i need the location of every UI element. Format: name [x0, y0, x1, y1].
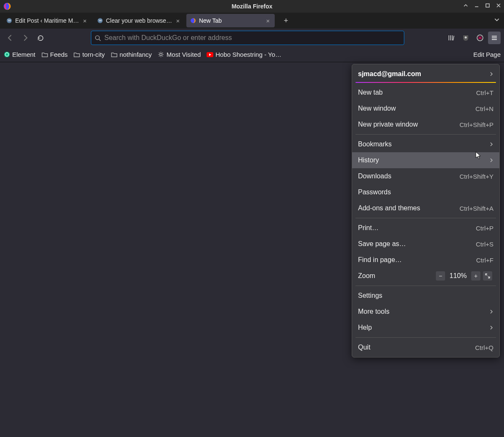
- tab-close-icon[interactable]: ×: [82, 17, 88, 24]
- wordpress-icon: [6, 17, 13, 24]
- menu-item-label: Add-ons and themes: [358, 204, 420, 212]
- menu-item-shortcut: Ctrl+N: [475, 105, 493, 112]
- menu-item-label: New private window: [358, 121, 418, 128]
- tab-2[interactable]: New Tab ×: [186, 14, 275, 27]
- bookmark-label: Feeds: [50, 51, 68, 58]
- menu-item-label: History: [358, 156, 379, 164]
- menu-item-shortcut: Ctrl+S: [476, 241, 493, 248]
- bookmark-hobo-shoestring[interactable]: Hobo Shoestring - Yo…: [207, 51, 281, 58]
- chevron-right-icon: [489, 72, 493, 76]
- noscript-icon[interactable]: [474, 32, 486, 44]
- menu-account-label: sjmacd@gmail.com: [358, 70, 421, 78]
- chevron-right-icon: [489, 326, 493, 330]
- zoom-in-button[interactable]: +: [471, 271, 480, 281]
- tab-title: Clear your web browse…: [106, 17, 172, 24]
- menu-save-page-as[interactable]: Save page as… Ctrl+S: [352, 236, 499, 252]
- bookmark-nothinfancy[interactable]: nothinfancy: [111, 51, 152, 58]
- url-input[interactable]: [104, 34, 401, 42]
- wordpress-icon: [97, 17, 103, 24]
- menu-item-label: Bookmarks: [358, 140, 392, 148]
- minimize-button[interactable]: [473, 2, 480, 9]
- zoom-out-button[interactable]: −: [436, 271, 445, 281]
- app-menu: sjmacd@gmail.com New tab Ctrl+T New wind…: [352, 64, 500, 358]
- library-button[interactable]: [445, 32, 458, 44]
- zoom-value: 110%: [449, 272, 467, 280]
- chevron-right-icon: [489, 142, 493, 146]
- menu-downloads[interactable]: Downloads Ctrl+Shift+Y: [352, 168, 499, 184]
- bookmark-label: nothinfancy: [119, 51, 152, 58]
- svg-point-9: [477, 35, 483, 41]
- menu-separator: [355, 337, 496, 338]
- bookmark-label: Element: [12, 51, 35, 58]
- menu-new-window[interactable]: New window Ctrl+N: [352, 101, 499, 117]
- account-gradient-underline: [355, 82, 496, 83]
- svg-rect-2: [486, 4, 489, 7]
- menu-bookmarks[interactable]: Bookmarks: [352, 136, 499, 152]
- url-bar[interactable]: [91, 31, 404, 45]
- app-menu-button[interactable]: [488, 32, 501, 44]
- menu-item-label: Settings: [358, 292, 382, 299]
- tab-strip: Edit Post ‹ Maritime M… × Clear your web…: [0, 13, 504, 29]
- new-tab-button[interactable]: +: [280, 14, 292, 27]
- list-all-tabs-button[interactable]: [494, 17, 500, 23]
- search-icon: [95, 35, 101, 41]
- menu-item-shortcut: Ctrl+F: [476, 257, 493, 264]
- firefox-icon: [190, 17, 196, 24]
- menu-new-private-window[interactable]: New private window Ctrl+Shift+P: [352, 117, 499, 132]
- tab-title: Edit Post ‹ Maritime M…: [15, 17, 79, 24]
- chevron-right-icon: [489, 158, 493, 162]
- element-icon: [3, 51, 10, 58]
- bookmark-most-visited[interactable]: Most Visited: [158, 51, 201, 58]
- tab-0[interactable]: Edit Post ‹ Maritime M… ×: [3, 14, 92, 27]
- menu-addons[interactable]: Add-ons and themes Ctrl+Shift+A: [352, 200, 499, 216]
- menu-account[interactable]: sjmacd@gmail.com: [352, 66, 499, 82]
- window-titlebar: Mozilla Firefox: [0, 0, 504, 13]
- svg-point-14: [160, 53, 162, 56]
- bookmark-label: Hobo Shoestring - Yo…: [215, 51, 281, 58]
- zoom-label: Zoom: [358, 272, 435, 280]
- bookmark-overflow-item[interactable]: Edit Page: [473, 51, 501, 58]
- svg-point-4: [98, 18, 103, 23]
- menu-new-tab[interactable]: New tab Ctrl+T: [352, 85, 499, 101]
- menu-zoom: Zoom − 110% +: [352, 268, 499, 284]
- menu-item-shortcut: Ctrl+Shift+Y: [459, 173, 493, 180]
- svg-point-3: [7, 18, 12, 23]
- page-content: sjmacd@gmail.com New tab Ctrl+T New wind…: [0, 62, 504, 437]
- menu-item-shortcut: Ctrl+P: [476, 225, 493, 232]
- chevron-right-icon: [489, 310, 493, 314]
- tab-1[interactable]: Clear your web browse… ×: [93, 14, 185, 27]
- menu-item-label: Help: [358, 324, 372, 331]
- svg-point-8: [465, 37, 467, 39]
- menu-item-label: Save page as…: [358, 240, 406, 248]
- bookmark-label: torn-city: [82, 51, 105, 58]
- bookmark-label: Most Visited: [167, 51, 201, 58]
- menu-item-shortcut: Ctrl+Q: [475, 344, 493, 351]
- menu-item-label: Passwords: [358, 188, 391, 196]
- menu-help[interactable]: Help: [352, 320, 499, 336]
- bookmark-element[interactable]: Element: [3, 51, 35, 58]
- bookmark-feeds[interactable]: Feeds: [41, 51, 68, 58]
- tab-close-icon[interactable]: ×: [265, 17, 271, 24]
- forward-button[interactable]: [19, 31, 32, 45]
- firefox-logo-icon: [3, 2, 12, 11]
- tab-close-icon[interactable]: ×: [175, 17, 181, 24]
- menu-item-shortcut: Ctrl+T: [476, 89, 493, 96]
- menu-item-label: Print…: [358, 224, 379, 232]
- back-button[interactable]: [3, 31, 17, 45]
- menu-print[interactable]: Print… Ctrl+P: [352, 220, 499, 236]
- menu-settings[interactable]: Settings: [352, 288, 499, 304]
- close-button[interactable]: [495, 2, 502, 9]
- menu-passwords[interactable]: Passwords: [352, 184, 499, 200]
- scroll-up-icon[interactable]: [462, 2, 470, 9]
- menu-history[interactable]: History: [352, 152, 499, 168]
- menu-more-tools[interactable]: More tools: [352, 304, 499, 320]
- fullscreen-button[interactable]: [483, 271, 492, 281]
- menu-quit[interactable]: Quit Ctrl+Q: [352, 339, 499, 355]
- bookmark-torn-city[interactable]: torn-city: [74, 51, 105, 58]
- reload-button[interactable]: [34, 31, 47, 45]
- tab-title: New Tab: [199, 17, 262, 24]
- folder-icon: [41, 51, 48, 58]
- maximize-button[interactable]: [484, 2, 491, 9]
- ublock-icon[interactable]: [459, 32, 472, 44]
- menu-find-in-page[interactable]: Find in page… Ctrl+F: [352, 252, 499, 268]
